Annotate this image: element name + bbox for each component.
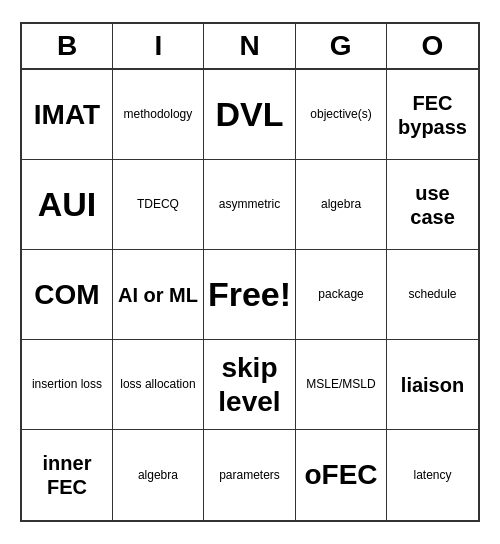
bingo-cell: methodology	[113, 70, 204, 160]
bingo-cell: oFEC	[296, 430, 387, 520]
cell-text: AI or ML	[118, 283, 198, 307]
bingo-cell: latency	[387, 430, 478, 520]
bingo-cell: AI or ML	[113, 250, 204, 340]
bingo-card: BINGO IMATmethodologyDVLobjective(s)FEC …	[20, 22, 480, 522]
bingo-cell: algebra	[113, 430, 204, 520]
cell-text: package	[318, 287, 363, 301]
cell-text: IMAT	[34, 98, 100, 132]
bingo-cell: objective(s)	[296, 70, 387, 160]
bingo-cell: asymmetric	[204, 160, 296, 250]
header-letter: G	[296, 24, 387, 68]
bingo-cell: COM	[22, 250, 113, 340]
header-letter: O	[387, 24, 478, 68]
bingo-cell: FEC bypass	[387, 70, 478, 160]
cell-text: FEC bypass	[391, 91, 474, 139]
bingo-cell: package	[296, 250, 387, 340]
bingo-cell: insertion loss	[22, 340, 113, 430]
cell-text: TDECQ	[137, 197, 179, 211]
bingo-cell: use case	[387, 160, 478, 250]
cell-text: schedule	[408, 287, 456, 301]
header-letter: N	[204, 24, 295, 68]
cell-text: algebra	[138, 468, 178, 482]
header-letter: B	[22, 24, 113, 68]
cell-text: COM	[34, 278, 99, 312]
bingo-cell: MSLE/MSLD	[296, 340, 387, 430]
bingo-cell: skip level	[204, 340, 296, 430]
cell-text: methodology	[124, 107, 193, 121]
cell-text: algebra	[321, 197, 361, 211]
bingo-cell: Free!	[204, 250, 296, 340]
cell-text: oFEC	[304, 458, 377, 492]
cell-text: insertion loss	[32, 377, 102, 391]
cell-text: AUI	[38, 184, 97, 225]
cell-text: latency	[414, 468, 452, 482]
cell-text: parameters	[219, 468, 280, 482]
bingo-grid: IMATmethodologyDVLobjective(s)FEC bypass…	[22, 70, 478, 520]
cell-text: loss allocation	[120, 377, 195, 391]
bingo-cell: AUI	[22, 160, 113, 250]
bingo-cell: TDECQ	[113, 160, 204, 250]
bingo-cell: schedule	[387, 250, 478, 340]
cell-text: MSLE/MSLD	[306, 377, 375, 391]
cell-text: Free!	[208, 274, 291, 315]
header-letter: I	[113, 24, 204, 68]
bingo-cell: algebra	[296, 160, 387, 250]
cell-text: use case	[391, 181, 474, 229]
cell-text: asymmetric	[219, 197, 280, 211]
cell-text: inner FEC	[26, 451, 108, 499]
bingo-cell: liaison	[387, 340, 478, 430]
bingo-header: BINGO	[22, 24, 478, 70]
cell-text: objective(s)	[310, 107, 371, 121]
bingo-cell: IMAT	[22, 70, 113, 160]
bingo-cell: parameters	[204, 430, 296, 520]
cell-text: skip level	[208, 351, 291, 418]
cell-text: liaison	[401, 373, 464, 397]
cell-text: DVL	[215, 94, 283, 135]
bingo-cell: loss allocation	[113, 340, 204, 430]
bingo-cell: inner FEC	[22, 430, 113, 520]
bingo-cell: DVL	[204, 70, 296, 160]
